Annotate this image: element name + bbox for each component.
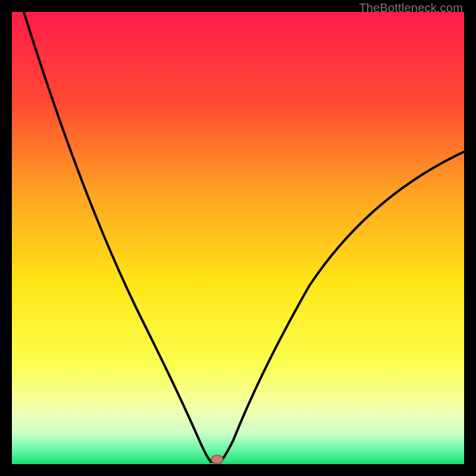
bottleneck-curve	[12, 12, 464, 464]
chart-container: TheBottleneck.com	[0, 0, 476, 476]
curve-left	[24, 12, 214, 462]
plot-area	[12, 12, 464, 464]
minimum-marker	[211, 455, 223, 464]
curve-right	[220, 152, 464, 462]
watermark-text: TheBottleneck.com	[359, 1, 463, 15]
